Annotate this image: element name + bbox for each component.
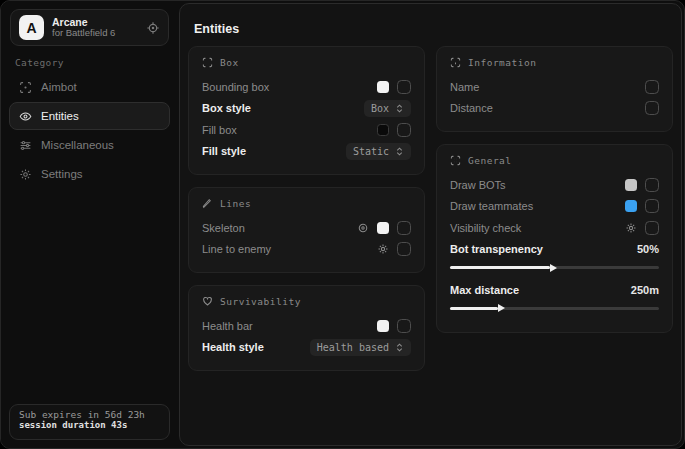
app-header-card: A Arcane for Battlefield 6 bbox=[10, 9, 169, 46]
slider-thumb[interactable] bbox=[550, 264, 557, 272]
health-bar-checkbox[interactable] bbox=[397, 319, 411, 333]
chevrons-up-down-icon bbox=[395, 147, 404, 156]
panel-header: Survivability bbox=[220, 296, 301, 307]
row-name: Name bbox=[450, 76, 659, 98]
main-panel: Entities Box Bounding box bbox=[179, 3, 682, 446]
sidebar-item-aimbot[interactable]: Aimbot bbox=[9, 73, 170, 101]
row-visibility-check: Visibility check bbox=[450, 217, 659, 239]
target-settings-icon[interactable] bbox=[357, 222, 369, 234]
crosshair-icon bbox=[19, 81, 32, 94]
panel-header: Information bbox=[468, 57, 536, 68]
row-label: Box style bbox=[202, 102, 251, 114]
skeleton-checkbox[interactable] bbox=[397, 221, 411, 235]
name-checkbox[interactable] bbox=[645, 80, 659, 94]
fill-box-checkbox[interactable] bbox=[397, 123, 411, 137]
line-to-enemy-checkbox[interactable] bbox=[397, 242, 411, 256]
box-panel: Box Bounding box Box style Box bbox=[188, 46, 425, 175]
row-draw-bots: Draw BOTs bbox=[450, 174, 659, 196]
eye-icon bbox=[19, 110, 32, 123]
visibility-check-checkbox[interactable] bbox=[645, 221, 659, 235]
heart-icon bbox=[202, 296, 213, 307]
sidebar-item-label: Entities bbox=[41, 110, 79, 122]
color-swatch[interactable] bbox=[377, 81, 389, 93]
color-swatch[interactable] bbox=[377, 124, 389, 136]
row-bot-transparency: Bot transpenency 50% bbox=[450, 239, 659, 261]
color-swatch[interactable] bbox=[377, 222, 389, 234]
row-label: Skeleton bbox=[202, 222, 245, 234]
corner-brackets-icon bbox=[202, 57, 213, 68]
draw-teammates-checkbox[interactable] bbox=[645, 199, 659, 213]
row-label: Health bar bbox=[202, 320, 253, 332]
select-value: Static bbox=[353, 146, 389, 157]
pencil-line-icon bbox=[202, 198, 213, 209]
row-max-distance: Max distance 250m bbox=[450, 279, 659, 301]
row-distance: Distance bbox=[450, 98, 659, 120]
health-style-select[interactable]: Health based bbox=[310, 339, 411, 356]
right-column: Information Name Distance bbox=[436, 46, 673, 345]
sidebar-item-entities[interactable]: Entities bbox=[9, 102, 170, 130]
crosshair-scan-icon[interactable] bbox=[146, 21, 160, 35]
sidebar-nav: Aimbot Entities bbox=[9, 73, 170, 189]
row-label: Fill box bbox=[202, 124, 237, 136]
row-box-style: Box style Box bbox=[202, 98, 411, 120]
row-line-to-enemy: Line to enemy bbox=[202, 239, 411, 261]
gear-icon[interactable] bbox=[625, 222, 637, 234]
row-label: Name bbox=[450, 81, 479, 93]
select-value: Health based bbox=[317, 342, 389, 353]
session-duration-text: session duration 43s bbox=[19, 420, 160, 430]
row-label: Line to enemy bbox=[202, 243, 271, 255]
row-label: Bounding box bbox=[202, 81, 269, 93]
sidebar-item-label: Settings bbox=[41, 168, 83, 180]
bot-transparency-slider[interactable] bbox=[450, 266, 659, 269]
slider-thumb[interactable] bbox=[498, 304, 505, 312]
app-logo: A bbox=[19, 15, 44, 40]
page-title: Entities bbox=[194, 22, 239, 36]
row-skeleton: Skeleton bbox=[202, 217, 411, 239]
left-column: Box Bounding box Box style Box bbox=[188, 46, 425, 383]
bot-transparency-value: 50% bbox=[637, 243, 659, 255]
max-distance-value: 250m bbox=[631, 284, 659, 296]
max-distance-slider[interactable] bbox=[450, 307, 659, 310]
row-fill-style: Fill style Static bbox=[202, 141, 411, 163]
chevrons-up-down-icon bbox=[395, 343, 404, 352]
row-label: Fill style bbox=[202, 145, 246, 157]
sidebar-item-settings[interactable]: Settings bbox=[9, 160, 170, 188]
bounding-box-checkbox[interactable] bbox=[397, 80, 411, 94]
row-label: Max distance bbox=[450, 284, 519, 296]
fill-style-select[interactable]: Static bbox=[346, 143, 411, 160]
color-swatch[interactable] bbox=[625, 179, 637, 191]
draw-bots-checkbox[interactable] bbox=[645, 178, 659, 192]
gear-icon[interactable] bbox=[377, 243, 389, 255]
color-swatch[interactable] bbox=[625, 200, 637, 212]
sidebar-item-miscellaneous[interactable]: Miscellaneous bbox=[9, 131, 170, 159]
distance-checkbox[interactable] bbox=[645, 101, 659, 115]
category-label: Category bbox=[15, 57, 64, 68]
box-style-select[interactable]: Box bbox=[364, 100, 411, 117]
row-label: Distance bbox=[450, 102, 493, 114]
sliders-icon bbox=[19, 139, 32, 152]
row-label: Draw BOTs bbox=[450, 179, 506, 191]
info-brackets-icon bbox=[450, 57, 461, 68]
survivability-panel: Survivability Health bar Health style He… bbox=[188, 285, 425, 371]
row-bounding-box: Bounding box bbox=[202, 76, 411, 98]
panel-header: General bbox=[468, 155, 512, 166]
select-value: Box bbox=[371, 103, 389, 114]
row-fill-box: Fill box bbox=[202, 119, 411, 141]
sidebar-item-label: Miscellaneous bbox=[41, 139, 114, 151]
lines-panel: Lines Skeleton Line to bbox=[188, 187, 425, 273]
information-panel: Information Name Distance bbox=[436, 46, 673, 132]
sidebar: A Arcane for Battlefield 6 Category bbox=[1, 1, 178, 448]
sidebar-item-label: Aimbot bbox=[41, 81, 77, 93]
app-subtitle: for Battlefield 6 bbox=[52, 28, 138, 39]
row-label: Health style bbox=[202, 341, 264, 353]
row-label: Draw teammates bbox=[450, 200, 533, 212]
panel-header: Lines bbox=[220, 198, 251, 209]
row-label: Bot transpenency bbox=[450, 243, 543, 255]
panel-header: Box bbox=[220, 57, 239, 68]
row-label: Visibility check bbox=[450, 222, 521, 234]
row-health-bar: Health bar bbox=[202, 315, 411, 337]
sub-expiry-text: Sub expires in 56d 23h bbox=[19, 409, 160, 420]
chevrons-up-down-icon bbox=[395, 104, 404, 113]
color-swatch[interactable] bbox=[377, 320, 389, 332]
subscription-info-card: Sub expires in 56d 23h session duration … bbox=[9, 404, 170, 440]
